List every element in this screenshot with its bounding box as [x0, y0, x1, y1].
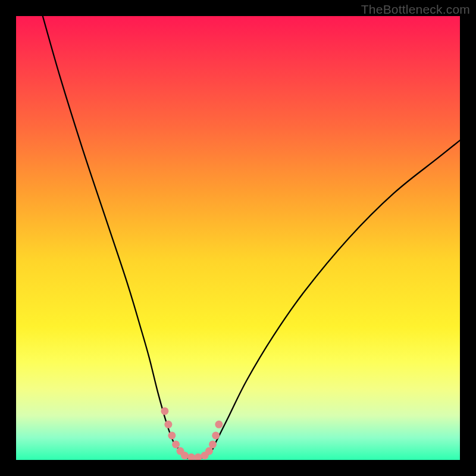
svg-point-1	[164, 421, 172, 428]
dotted-anchor	[161, 407, 223, 460]
svg-point-11	[212, 431, 220, 439]
svg-point-0	[161, 407, 168, 415]
chart-plot-area	[16, 16, 460, 460]
svg-point-3	[172, 440, 180, 448]
svg-point-6	[187, 453, 195, 460]
svg-point-12	[215, 421, 223, 428]
curve-layer	[16, 16, 460, 460]
svg-point-5	[181, 452, 189, 459]
svg-point-2	[168, 431, 176, 439]
chart-frame: TheBottleneck.com	[0, 0, 476, 476]
watermark-text: TheBottleneck.com	[361, 2, 470, 17]
bottleneck-curve	[43, 16, 460, 458]
svg-point-9	[205, 447, 213, 455]
svg-point-10	[209, 440, 217, 448]
svg-point-7	[194, 453, 202, 460]
